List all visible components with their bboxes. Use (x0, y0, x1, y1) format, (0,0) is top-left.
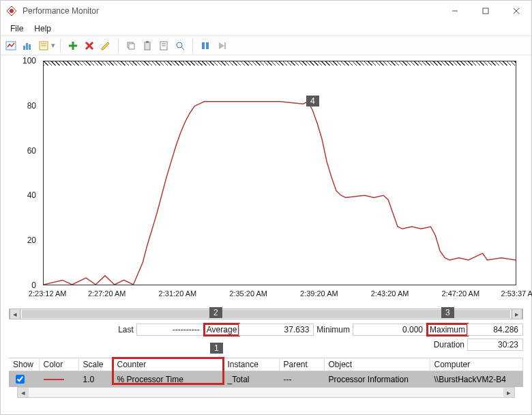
svg-marker-29 (219, 42, 224, 49)
svg-line-26 (181, 47, 184, 50)
copy-icon[interactable] (123, 38, 138, 53)
col-instance[interactable]: Instance (223, 358, 279, 371)
annotation-1: 1 (210, 343, 223, 354)
svg-rect-9 (29, 44, 31, 50)
svg-rect-21 (146, 41, 149, 43)
color-sample (39, 371, 78, 388)
col-show[interactable]: Show (9, 358, 39, 371)
paste-icon[interactable] (140, 38, 155, 53)
zoom-icon[interactable] (173, 38, 188, 53)
svg-point-25 (177, 42, 182, 48)
duration-label: Duration (431, 340, 467, 349)
col-counter[interactable]: Counter (113, 358, 223, 371)
svg-point-1 (10, 9, 14, 13)
grid-scrollbar[interactable]: ◂ ▸ (17, 387, 515, 398)
svg-rect-7 (23, 46, 25, 50)
annotation-2: 2 (209, 307, 222, 318)
svg-rect-8 (26, 43, 28, 50)
minimize-button[interactable] (439, 1, 470, 21)
grid-scroll-right-icon[interactable]: ▸ (503, 388, 514, 397)
counter-cell: % Processor Time (113, 371, 223, 388)
freeze-icon[interactable] (198, 38, 213, 53)
scroll-right-icon[interactable]: ▸ (512, 309, 522, 319)
last-value: ---------- (136, 324, 205, 336)
average-label: Average (205, 324, 239, 335)
svg-marker-17 (102, 42, 109, 50)
table-row[interactable]: 1.0 % Processor Time _Total --- Processo… (9, 371, 523, 388)
dropdown-arrow-icon[interactable]: ▾ (51, 41, 55, 50)
parent-cell: --- (279, 371, 324, 388)
view-graph-icon[interactable] (3, 38, 18, 53)
annotation-4: 4 (306, 96, 319, 106)
svg-rect-27 (202, 42, 205, 49)
add-counter-icon[interactable] (65, 38, 80, 53)
minimum-label: Minimum (314, 325, 353, 334)
counter-table: Show Color Scale Counter Instance Parent… (9, 358, 523, 387)
delete-counter-icon[interactable] (82, 38, 97, 53)
col-parent[interactable]: Parent (279, 358, 324, 371)
maximum-label: Maximum (428, 324, 467, 335)
duration-value: 30:23 (467, 339, 523, 351)
close-button[interactable] (501, 1, 531, 21)
app-icon (6, 5, 17, 16)
annotation-3: 3 (441, 307, 454, 318)
average-value: 37.633 (239, 324, 314, 336)
col-scale[interactable]: Scale (78, 358, 113, 371)
properties-icon[interactable] (156, 38, 171, 53)
scroll-left-icon[interactable]: ◂ (10, 309, 20, 319)
svg-rect-28 (206, 42, 209, 49)
menu-file[interactable]: File (5, 23, 29, 35)
computer-cell: \\BurstHackVM2-B4 (430, 371, 523, 388)
show-checkbox[interactable] (16, 375, 25, 384)
last-label: Last (115, 325, 136, 334)
menu-help[interactable]: Help (29, 23, 57, 35)
grid-scroll-left-icon[interactable]: ◂ (18, 388, 29, 397)
maximize-button[interactable] (470, 1, 501, 21)
object-cell: Processor Information (324, 371, 430, 388)
scale-cell: 1.0 (78, 371, 113, 388)
col-object[interactable]: Object (324, 358, 430, 371)
svg-rect-30 (224, 42, 226, 49)
svg-rect-19 (129, 44, 134, 49)
update-icon[interactable] (214, 38, 229, 53)
maximum-value: 84.286 (467, 324, 523, 336)
instance-cell: _Total (223, 371, 279, 388)
minimum-value: 0.000 (353, 324, 428, 336)
performance-chart: 020406080100 2:23:12 AM2:27:20 AM2:31:20… (1, 55, 531, 304)
window-title: Performance Monitor (23, 6, 99, 16)
svg-rect-20 (145, 42, 150, 50)
view-report-icon[interactable] (36, 38, 51, 53)
highlight-icon[interactable] (98, 38, 113, 53)
col-computer[interactable]: Computer (430, 358, 523, 371)
view-histogram-icon[interactable] (20, 38, 35, 53)
svg-rect-3 (483, 8, 488, 14)
col-color[interactable]: Color (39, 358, 78, 371)
